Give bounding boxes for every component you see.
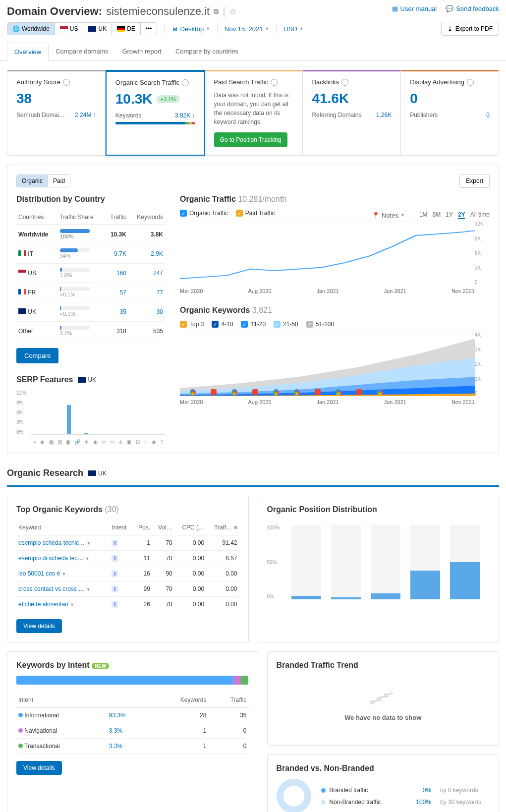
- table-row: etichette alimentari ▼I26700.000.00: [16, 597, 239, 612]
- svg-point-7: [385, 694, 388, 697]
- table-row: esempio scheda tecnic… ▼I1700.0091.42: [16, 535, 239, 551]
- tab-compare-countries[interactable]: Compare by countries: [169, 43, 245, 60]
- card-display-advertising[interactable]: Display Advertising 0 Publishers0: [401, 70, 499, 156]
- chevron-down-icon: ▼: [299, 26, 304, 31]
- toggle-organic[interactable]: Organic: [17, 175, 48, 187]
- time-range-option[interactable]: All time: [470, 211, 490, 219]
- empty-chart-icon: [277, 691, 490, 709]
- top-organic-keywords-card: Top Organic Keywords (30) Keyword Intent…: [7, 496, 249, 642]
- tab-compare-domains[interactable]: Compare domains: [49, 43, 115, 60]
- intent-bar: [16, 676, 249, 685]
- legend-item[interactable]: ✓51-100: [306, 321, 334, 328]
- country-us[interactable]: US: [55, 23, 84, 35]
- compare-button[interactable]: Compare: [16, 348, 58, 363]
- table-row: US 1.6%160247: [16, 264, 165, 283]
- time-range-selector: 1M6M1Y2YAll time: [419, 211, 490, 219]
- serp-features-chart: 12%9%6%3%0% ⎆◉▦▤▣🔗★◉▭▭♔▣⊡▷◉?: [16, 390, 165, 445]
- chevron-down-icon[interactable]: ▼: [61, 572, 66, 577]
- table-row: Informational93.3%2835: [16, 708, 249, 723]
- external-link-icon[interactable]: ⧉: [214, 7, 219, 16]
- intent-badge: I: [112, 586, 118, 592]
- book-icon: ▤: [392, 5, 398, 12]
- intent-badge: I: [112, 571, 118, 577]
- send-feedback-link[interactable]: 💬Send feedback: [446, 5, 499, 12]
- chevron-down-icon[interactable]: ▼: [86, 541, 91, 546]
- chevron-down-icon: ▼: [265, 26, 269, 31]
- country-selector: 🌐Worldwide US UK DE •••: [7, 22, 157, 35]
- keywords-by-intent-card: Keywords by Intent New Intent Keywords T…: [7, 651, 258, 812]
- export-button[interactable]: Export: [459, 174, 490, 188]
- table-row: UK <0.1%3530: [16, 302, 165, 322]
- time-range-option[interactable]: 6M: [433, 211, 441, 219]
- table-row: FR <0.1%5777: [16, 283, 165, 302]
- view-details-button[interactable]: View details: [16, 761, 62, 775]
- star-icon[interactable]: ☆: [229, 7, 236, 16]
- go-position-tracking-button[interactable]: Go to Position Tracking: [214, 132, 287, 147]
- legend-item[interactable]: ✓11-20: [241, 321, 266, 328]
- user-manual-link[interactable]: ▤User manual: [392, 5, 437, 12]
- device-dropdown[interactable]: 🖥Desktop ▼: [171, 25, 210, 33]
- branded-traffic-trend-card: Branded Traffic Trend We have no data to…: [267, 651, 500, 746]
- serp-features-title: SERP FeaturesUK: [16, 375, 165, 384]
- card-backlinks[interactable]: Backlinks 41.6K Referring Domains1.26K: [303, 70, 401, 156]
- view-details-button[interactable]: View details: [16, 619, 62, 633]
- currency-dropdown[interactable]: USD ▼: [283, 25, 303, 33]
- time-range-option[interactable]: 1Y: [446, 211, 453, 219]
- table-row: Navigational3.3%10: [16, 723, 249, 739]
- traffic-type-toggle: Organic Paid: [16, 174, 70, 187]
- organic-keywords-chart: 4K3K2K1K0: [180, 332, 490, 396]
- table-row: esempio di scheda tec… ▼I11700.008.57: [16, 551, 239, 566]
- chevron-down-icon[interactable]: ▼: [70, 602, 74, 607]
- flag-icon: [18, 289, 26, 294]
- organic-keywords-title: Organic Keywords 3,821: [180, 306, 490, 315]
- main-tabs: Overview Compare domains Growth report C…: [0, 43, 506, 61]
- distribution-table: Countries Traffic Share Traffic Keywords…: [16, 210, 165, 341]
- chevron-down-icon[interactable]: ▼: [85, 556, 90, 561]
- donut-chart: [277, 779, 311, 812]
- info-icon: [467, 79, 474, 86]
- intent-badge: I: [112, 555, 118, 562]
- card-organic-traffic[interactable]: Organic Search Traffic 10.3K+3.1% Keywor…: [106, 70, 205, 156]
- download-icon: ⤓: [448, 25, 452, 32]
- chevron-down-icon[interactable]: ▼: [86, 587, 91, 592]
- branded-vs-nonbranded-card: Branded vs. Non-Branded Branded traffic …: [267, 754, 500, 812]
- domain-name: sistemieconsulenze.it: [106, 5, 210, 18]
- top-keywords-table: Keyword Intent Pos. Vol… CPC (… Traff… ≡…: [16, 520, 239, 612]
- desktop-icon: 🖥: [171, 25, 178, 33]
- table-row: iso 50001 cos è ▼I16900.000.00: [16, 566, 239, 581]
- info-icon: [341, 79, 348, 86]
- tab-growth-report[interactable]: Growth report: [115, 43, 168, 60]
- legend-item[interactable]: ✓4-10: [212, 321, 233, 328]
- google-marker-icon: [190, 389, 196, 395]
- comment-icon: 💬: [446, 5, 453, 12]
- legend-item[interactable]: ✓Top 3: [180, 321, 204, 328]
- intent-badge: I: [112, 540, 118, 546]
- country-de[interactable]: DE: [112, 23, 141, 35]
- position-distribution-card: Organic Position Distribution 100%50%0%: [258, 496, 500, 642]
- notes-dropdown[interactable]: 📍Notes ▼: [372, 212, 405, 219]
- table-row: Other 3.1%318535: [16, 322, 165, 341]
- legend-organic-traffic[interactable]: ✓Organic Traffic: [180, 210, 228, 217]
- sort-icon[interactable]: ≡: [233, 524, 237, 531]
- card-authority-score[interactable]: Authority Score 38 Semrush Domai…2.24M ↑: [7, 70, 106, 156]
- toggle-paid[interactable]: Paid: [48, 175, 70, 187]
- country-worldwide[interactable]: 🌐Worldwide: [7, 23, 55, 35]
- country-more[interactable]: •••: [141, 23, 157, 35]
- organic-traffic-chart: 12K9K6K3K0: [180, 221, 490, 285]
- time-range-option[interactable]: 2Y: [458, 211, 465, 219]
- flag-icon: [18, 250, 26, 256]
- time-range-option[interactable]: 1M: [419, 211, 428, 219]
- legend-item[interactable]: ✓21-50: [274, 321, 298, 328]
- authority-score-value: 38: [16, 91, 96, 107]
- card-paid-traffic[interactable]: Paid Search Traffic Data was not found. …: [205, 70, 303, 156]
- legend-paid-traffic[interactable]: ✓Paid Traffic: [236, 210, 275, 217]
- flag-icon: [18, 270, 26, 275]
- intent-table: Intent Keywords Traffic Informational93.…: [16, 693, 249, 754]
- date-dropdown[interactable]: Nov 15, 2021 ▼: [225, 25, 269, 33]
- flag-icon: [18, 308, 26, 314]
- tab-overview[interactable]: Overview: [7, 43, 49, 61]
- organic-traffic-title: Organic Traffic 10,281/month: [180, 195, 490, 204]
- country-uk[interactable]: UK: [83, 23, 112, 35]
- export-pdf-button[interactable]: ⤓Export to PDF: [441, 22, 499, 36]
- info-icon: [63, 79, 70, 86]
